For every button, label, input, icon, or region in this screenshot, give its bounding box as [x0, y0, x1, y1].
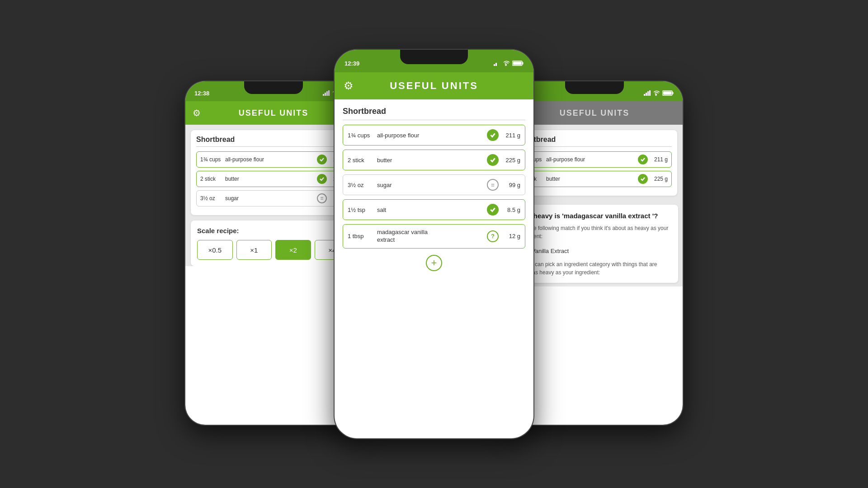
svg-rect-11 — [513, 62, 522, 65]
svg-rect-18 — [663, 92, 672, 95]
svg-rect-7 — [494, 64, 495, 66]
ing-check-flour-right[interactable] — [638, 155, 648, 164]
question-panel-right: How heavy is 'madagascar vanilla extract… — [511, 205, 678, 283]
svg-rect-17 — [673, 92, 674, 94]
scale-buttons-left: ×0.5 ×1 ×2 ×4 — [197, 240, 350, 260]
ing-check-flour-left[interactable] — [317, 155, 327, 164]
divider-left — [196, 146, 351, 147]
question-desc1-right: Pick the following match if you think it… — [517, 224, 672, 240]
ing-grams-salt-center: 8.5 g — [501, 206, 520, 213]
ing-name-sugar-left: sugar — [225, 195, 314, 202]
ing-name-butter-right: butter — [546, 176, 635, 182]
ing-amount-vanilla-center: 1 tbsp — [348, 233, 377, 239]
gear-icon-center[interactable]: ⚙ — [344, 80, 354, 92]
app-title-left: USEFUL UNITS — [239, 108, 309, 118]
svg-rect-2 — [326, 91, 328, 96]
svg-rect-15 — [649, 90, 651, 96]
ing-grams-butter-right: 225 g — [651, 176, 668, 182]
ing-name-flour-right: all-purpose flour — [546, 156, 635, 163]
question-option-right[interactable]: Vanilla Extract — [517, 246, 672, 256]
svg-rect-0 — [323, 94, 324, 96]
divider-center — [343, 120, 525, 120]
recipe-card-left: Shortbread 1¾ cups all-purpose flour 211… — [191, 130, 356, 215]
recipe-title-left: Shortbread — [196, 136, 351, 144]
recipe-title-center: Shortbread — [343, 107, 525, 116]
recipe-card-center: Shortbread 1¾ cups all-purpose flour 211… — [335, 99, 533, 249]
battery-icon-center — [512, 61, 524, 66]
wifi-icon-center — [503, 61, 510, 66]
battery-icon-right — [662, 90, 674, 96]
question-desc2-right: Or you can pick an ingredient category w… — [517, 260, 672, 277]
ing-grams-flour-right: 211 g — [651, 156, 668, 163]
svg-rect-8 — [495, 63, 497, 66]
ing-grams-sugar-center: 99 g — [501, 182, 520, 188]
ingredient-row-sugar-left[interactable]: 3½ oz sugar = 99 g — [196, 190, 351, 206]
notch-center — [400, 50, 468, 64]
option-text-right: Vanilla Extract — [532, 248, 569, 254]
time-center: 12:39 — [344, 60, 359, 67]
ingredient-row-sugar-center[interactable]: 3½ oz sugar = 99 g — [343, 174, 525, 195]
svg-rect-1 — [325, 93, 326, 96]
ing-amount-butter-center: 2 stick — [348, 157, 377, 164]
signal-icon-center — [494, 61, 501, 66]
scale-title-left: Scale recipe: — [197, 227, 350, 235]
ingredient-row-salt-center[interactable]: 1½ tsp salt 8.5 g — [343, 199, 525, 220]
ing-check-flour-center[interactable] — [487, 129, 499, 141]
scale-section-left: Scale recipe: ×0.5 ×1 ×2 ×4 — [191, 221, 356, 266]
ing-check-butter-center[interactable] — [487, 154, 499, 166]
ing-grams-vanilla-center: 12 g — [501, 233, 520, 239]
ing-amount-flour-left: 1¾ cups — [200, 156, 225, 163]
ing-name-sugar-center: sugar — [377, 182, 484, 188]
scale-btn-05[interactable]: ×0.5 — [197, 240, 233, 260]
ing-name-butter-center: butter — [377, 157, 484, 164]
ing-check-salt-center[interactable] — [487, 204, 499, 216]
app-title-center: USEFUL UNITS — [390, 80, 478, 92]
add-circle-icon[interactable]: + — [426, 255, 442, 271]
ingredient-row-butter-center[interactable]: 2 stick butter 225 g — [343, 150, 525, 170]
ingredient-row-flour-left[interactable]: 1¾ cups all-purpose flour 211 g — [196, 151, 351, 168]
ing-amount-sugar-left: 3½ oz — [200, 195, 225, 202]
app-title-right: USEFUL UNITS — [560, 108, 630, 118]
svg-rect-10 — [523, 62, 524, 65]
ing-check-vanilla-center[interactable]: ? — [487, 230, 499, 242]
ing-grams-flour-center: 211 g — [501, 132, 520, 139]
ing-check-sugar-center[interactable]: = — [487, 179, 499, 191]
ing-check-butter-left[interactable] — [317, 174, 327, 184]
scale-btn-1[interactable]: ×1 — [236, 240, 272, 260]
app-header-center: ⚙ USEFUL UNITS — [335, 72, 533, 99]
status-icons-center — [494, 61, 524, 66]
time-left: 12:38 — [194, 90, 209, 97]
gear-icon-left[interactable]: ⚙ — [193, 108, 201, 118]
ingredient-row-flour-right[interactable]: 1¾ cups all-purpose flour 211 g — [517, 151, 672, 168]
notch-left — [244, 81, 303, 94]
ingredient-row-butter-left[interactable]: 2 stick butter 225 g — [196, 171, 351, 187]
status-icons-right — [644, 90, 674, 96]
signal-icon-right — [644, 90, 651, 96]
ing-amount-flour-center: 1¾ cups — [348, 132, 377, 139]
notch-right — [565, 81, 624, 94]
app-content-center: Shortbread 1¾ cups all-purpose flour 211… — [335, 99, 533, 277]
ing-grams-butter-center: 225 g — [501, 157, 520, 164]
svg-rect-12 — [644, 94, 645, 96]
ing-name-vanilla-center: madagascar vanillaextract — [377, 229, 484, 244]
question-title-right: How heavy is 'madagascar vanilla extract… — [517, 211, 672, 221]
divider-right — [517, 146, 672, 147]
recipe-title-right: Shortbread — [517, 136, 672, 144]
add-ingredient-button[interactable]: + — [335, 255, 533, 271]
ing-name-butter-left: butter — [225, 176, 314, 182]
ingredient-row-flour-center[interactable]: 1¾ cups all-purpose flour 211 g — [343, 125, 525, 145]
recipe-card-right: Shortbread 1¾ cups all-purpose flour 211… — [512, 130, 677, 196]
svg-rect-14 — [647, 91, 649, 96]
signal-icon-left — [323, 90, 330, 96]
ing-name-flour-center: all-purpose flour — [377, 132, 484, 139]
svg-rect-13 — [646, 93, 647, 96]
phone-center: 12:39 — [335, 50, 533, 438]
ing-check-sugar-left[interactable]: = — [317, 193, 327, 203]
ing-name-salt-center: salt — [377, 206, 484, 213]
ingredient-row-butter-right[interactable]: 2 stick butter 225 g — [517, 171, 672, 187]
ing-check-butter-right[interactable] — [638, 174, 648, 184]
scale-btn-2[interactable]: ×2 — [275, 240, 311, 260]
svg-rect-3 — [328, 90, 330, 96]
ing-name-flour-left: all-purpose flour — [225, 156, 314, 163]
ingredient-row-vanilla-center[interactable]: 1 tbsp madagascar vanillaextract ? 12 g — [343, 224, 525, 249]
